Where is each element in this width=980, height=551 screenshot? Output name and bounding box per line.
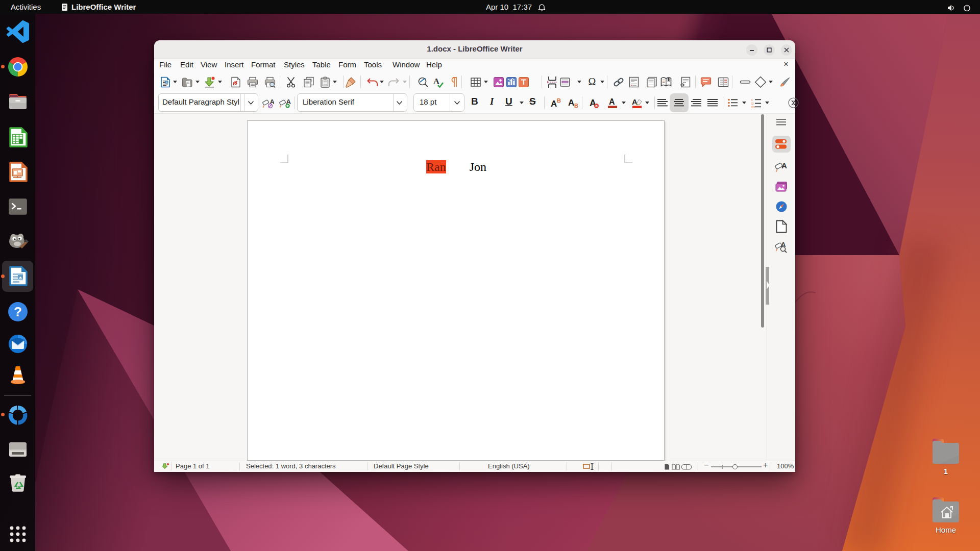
svg-text:B: B [574,103,578,109]
svg-text:Ω: Ω [589,76,596,87]
svg-text:A: A [632,97,638,106]
svg-text:A: A [433,77,440,86]
svg-text:A: A [568,98,574,108]
svg-text:?: ? [14,304,22,319]
svg-text:A: A [609,97,615,106]
svg-text:A: A [551,99,557,109]
svg-text:B: B [557,97,561,104]
svg-text:III: III [751,105,755,109]
svg-text:A: A [781,161,787,170]
